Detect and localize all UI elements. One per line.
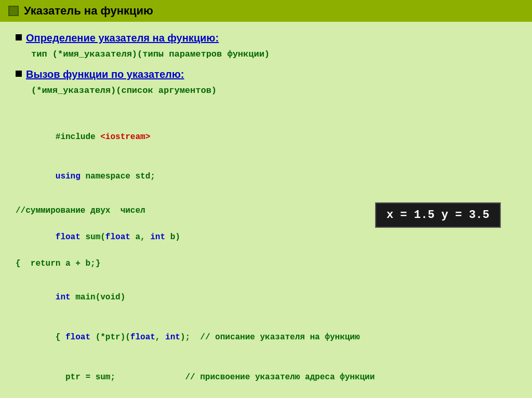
code-section: #include <iostream> using namespace std;… <box>16 117 516 398</box>
func-params: a, <box>130 232 150 242</box>
using-keyword: using <box>56 172 81 181</box>
bullet-label-1: Определение указателя на функцию: <box>26 32 219 44</box>
using-rest: namespace std; <box>81 172 155 181</box>
int-keyword-ptr: int <box>165 333 180 342</box>
code-ptr-assign: ptr = sum; // присвоение указателю адрес… <box>16 358 516 397</box>
bullet-item-2: Вызов функции по указателю: <box>16 68 516 80</box>
output-text: x = 1.5 y = 3.5 <box>387 209 489 222</box>
output-box: x = 1.5 y = 3.5 <box>375 202 501 228</box>
code-include: #include <iostream> <box>16 117 516 157</box>
include-file: <iostream> <box>100 132 150 142</box>
main-open-1: { <box>56 333 65 342</box>
main-open-2: (*ptr)( <box>90 333 130 342</box>
slide: Указатель на функцию Определение указате… <box>0 0 532 398</box>
code-func-body: { return a + b;} <box>16 257 516 271</box>
bullet-icon-1 <box>16 34 22 40</box>
func-params2: b) <box>165 232 180 242</box>
ptr-assign-1: ptr = sum; <box>56 373 185 382</box>
include-keyword: #include <box>56 132 100 142</box>
syntax-line-1: тип (*имя_указателя)(типы параметров фун… <box>31 49 516 59</box>
bullet-icon-2 <box>16 71 22 77</box>
int-keyword-1: int <box>150 232 165 242</box>
bullet-label-2: Вызов функции по указателю: <box>26 68 184 80</box>
float-keyword-ptr: float <box>65 333 90 342</box>
slide-title: Указатель на функцию <box>24 4 153 18</box>
code-using: using namespace std; <box>16 157 516 197</box>
bullet-section-1: Определение указателя на функцию: тип (*… <box>16 32 516 59</box>
main-open-4: ); <box>180 333 200 342</box>
code-main-def: int main(void) <box>16 278 516 318</box>
comment-assign: // присвоение указателю адреса функции <box>185 373 375 382</box>
code-main-open: { float (*ptr)(float, int); // описание … <box>16 318 516 358</box>
bullet-item-1: Определение указателя на функцию: <box>16 32 516 44</box>
func-name: sum( <box>81 232 105 242</box>
float-keyword-ptr2: float <box>130 333 155 342</box>
syntax-line-2: (*имя_указателя)(список аргументов) <box>31 86 516 95</box>
main-open-3: , <box>155 333 165 342</box>
float-keyword-2: float <box>105 232 130 242</box>
int-keyword-main: int <box>56 293 71 302</box>
float-keyword-1: float <box>56 232 81 242</box>
main-name: main(void) <box>71 293 126 302</box>
title-icon <box>8 6 19 16</box>
bullet-section-2: Вызов функции по указателю: (*имя_указат… <box>16 68 516 95</box>
comment-ptr: // описание указателя на функцию <box>200 333 360 342</box>
title-bar: Указатель на функцию <box>0 0 532 22</box>
